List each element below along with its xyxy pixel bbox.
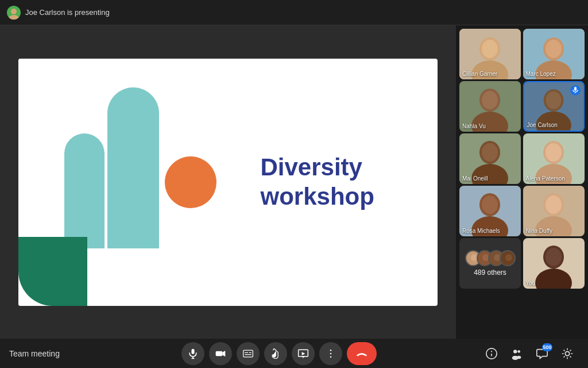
end-call-button[interactable] [347,342,377,365]
participant-name: Mai Oneill [462,175,488,182]
main-content: Diversity workshop Cillian Garner [0,25,588,339]
participant-name: Nahla Vu [462,123,486,129]
more-options-button[interactable] [319,342,342,365]
toolbar-center [78,342,480,365]
meeting-name: Team meeting [9,349,78,358]
svg-point-13 [482,91,498,109]
svg-point-42 [505,254,512,261]
others-tile[interactable]: 489 others [459,238,521,289]
participant-tile-active: Joe Carlson [523,81,585,132]
raise-hand-button[interactable] [264,342,287,365]
mic-button[interactable] [181,342,204,365]
others-avatars [465,250,516,266]
mini-avatar [500,250,516,266]
others-count: 489 others [474,269,506,277]
participant-name: Nina Duffy [526,228,553,234]
slide-left [18,59,249,306]
svg-rect-18 [574,87,577,91]
svg-point-70 [565,351,569,355]
participants-sidebar: Cillian Garner Marc Lopez [456,25,588,339]
svg-point-0 [11,9,17,14]
participant-name: Alena Paterson [526,175,565,182]
presenter-label: Joe Carlson is presenting [25,8,110,17]
participant-tile: Nina Duffy [523,186,585,236]
svg-rect-51 [216,351,223,355]
svg-point-69 [517,355,521,359]
presentation-area: Diversity workshop [0,25,456,339]
toolbar-right: 500 [480,342,579,365]
mic-active-indicator [570,85,581,95]
activities-button[interactable] [556,342,579,365]
participant-tile: Nahla Vu [459,81,521,132]
slide-right: Diversity workshop [249,153,438,211]
orange-circle-shape [165,156,216,208]
participant-name: Joe Carlson [527,122,558,128]
present-button[interactable] [292,342,315,365]
teal-tall-shape [107,87,159,248]
participant-name: Marc Lopez [526,71,556,77]
participant-tile: Cillian Garner [459,29,521,79]
chat-button[interactable]: 500 [531,342,554,365]
svg-point-47 [546,248,562,266]
captions-button[interactable] [237,342,260,365]
participant-tile: Marc Lopez [523,29,585,79]
svg-point-9 [546,40,562,58]
svg-point-68 [517,350,520,353]
participant-name: You [526,280,536,286]
svg-point-27 [546,143,562,162]
svg-point-62 [330,356,332,358]
participant-name: Rosa Michaels [462,228,500,234]
svg-point-35 [546,195,562,214]
svg-point-17 [546,91,561,109]
green-half-shape [18,237,87,306]
participant-name: Cillian Garner [462,71,497,77]
presenter-avatar [7,6,21,20]
participant-tile: Alena Paterson [523,133,585,184]
svg-point-23 [482,143,498,162]
svg-marker-52 [222,351,225,356]
slide: Diversity workshop [18,59,438,306]
bottom-toolbar: Team meeting [0,339,588,368]
camera-button[interactable] [209,342,232,365]
svg-point-43 [503,262,514,266]
svg-point-1 [9,15,19,20]
svg-point-66 [513,350,517,353]
participant-tile: Rosa Michaels [459,186,521,236]
participant-tile: Mai Oneill [459,133,521,184]
top-bar: Joe Carlson is presenting [0,0,588,25]
svg-point-31 [482,195,498,214]
svg-point-5 [482,40,498,58]
info-button[interactable] [480,342,503,365]
teal-short-shape [64,133,105,248]
svg-rect-48 [192,348,195,354]
svg-point-61 [330,352,332,354]
people-button[interactable] [505,342,528,365]
chat-badge: 500 [542,343,552,351]
svg-point-60 [330,349,332,351]
participant-tile-you: You [523,238,585,289]
slide-title: Diversity workshop [261,153,374,211]
svg-rect-53 [243,350,253,357]
